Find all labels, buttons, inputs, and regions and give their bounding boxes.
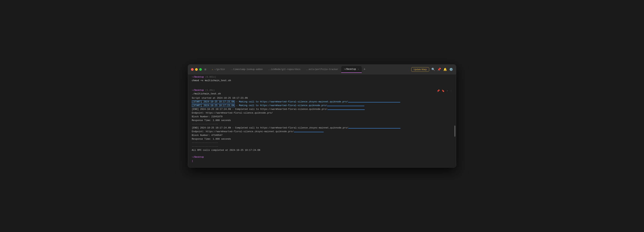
tab-git-repos[interactable]: ..ickNode/git-repos/docs: [266, 66, 303, 73]
command-block-2: ~/Desktop (1.26s) ./multichain_test.sh 📌…: [188, 87, 456, 154]
output-all-completed: All RPC calls completed at 2024-10-25 10…: [192, 148, 452, 152]
output-block-number-1: Block Number: 21041079: [192, 115, 452, 119]
prompt-dir-2: ~/Desktop: [192, 89, 204, 92]
redacted-url-1: [348, 102, 400, 102]
sidebar-toggle-icon[interactable]: ⊞: [204, 68, 206, 71]
current-prompt-block: ~/Desktop |: [188, 154, 456, 165]
prompt-dir-1: ~/Desktop: [192, 76, 204, 78]
output-line-start-1: [START] 2024-10-25 10:17:23.6N - Making …: [192, 100, 452, 104]
redacted-url-4: [348, 128, 400, 128]
tab-desktop-label: ~/Desktop: [344, 68, 356, 71]
command-2: ./multichain_test.sh: [192, 92, 437, 95]
output-response-time-2: Response Time: 1.000 seconds: [192, 137, 452, 141]
maximize-button[interactable]: [199, 68, 202, 71]
terminal-content: ~/Desktop (0.061s) chmod +x multichain_t…: [188, 74, 456, 167]
current-prompt-dir: ~/Desktop: [192, 156, 204, 158]
cursor: |: [192, 160, 193, 162]
tab-timestamp-label: ..timestamp-lookup-addon: [230, 68, 263, 71]
settings-icon[interactable]: ⚙️: [449, 68, 453, 71]
traffic-lights: [191, 68, 202, 71]
highlight-start-1: [START] 2024-10-25 10:17:23.6N: [192, 100, 235, 103]
more-icon[interactable]: ⋮: [450, 89, 452, 92]
tab-go-bin-label: ~/go/bin: [214, 68, 225, 71]
tab-desktop[interactable]: ~/Desktop ✕: [341, 66, 362, 73]
prompt-time-1: (0.061s): [205, 76, 216, 78]
warning-icon: ⚠: [212, 68, 213, 71]
output-area-2: Script started at 2024-10-25 10:17:23.6N…: [192, 96, 452, 152]
tab-portfolio[interactable]: ..ects/portfolio-tracker: [304, 66, 341, 73]
redacted-url-3: [328, 109, 365, 110]
tabs-area: ⚠ ~/go/bin ..timestamp-lookup-addon ..ic…: [209, 66, 411, 73]
pin-icon[interactable]: 📌: [437, 68, 441, 71]
output-block-number-2: Block Number: 47349547: [192, 134, 452, 137]
output-line-script-started: Script started at 2024-10-25 10:17:23.6N: [192, 96, 452, 100]
output-divider-2: -------------------: [192, 141, 452, 145]
command-1: chmod +x multichain_test.sh: [192, 79, 452, 82]
pin-output-icon[interactable]: 📌: [437, 89, 440, 92]
title-bar: ⊞ ⚠ ~/go/bin ..timestamp-lookup-addon ..…: [188, 65, 456, 74]
scrollbar-thumb[interactable]: [454, 126, 456, 137]
highlight-start-2: [START] 2024-10-25 10:17:23.6N: [192, 104, 235, 107]
prompt-line-2: ~/Desktop (1.26s): [192, 89, 437, 92]
output-line-end-1: [END] 2024-10-25 10:17:24.6N - Completed…: [192, 107, 452, 111]
minimize-button[interactable]: [195, 68, 198, 71]
notification-icon[interactable]: 🔔: [443, 68, 447, 71]
prompt-line-1: ~/Desktop (0.061s): [192, 76, 452, 78]
current-prompt-line: ~/Desktop: [192, 156, 452, 158]
filter-icon[interactable]: ⚡: [446, 89, 448, 92]
command-block-1: ~/Desktop (0.061s) chmod +x multichain_t…: [188, 74, 456, 84]
tab-timestamp[interactable]: ..timestamp-lookup-addon: [228, 66, 265, 73]
redacted-url-5: [294, 132, 324, 132]
new-tab-button[interactable]: +: [362, 68, 367, 71]
output-response-time-1: Response Time: 1.000 seconds: [192, 119, 452, 122]
output-divider-3: -------------------: [192, 145, 452, 148]
tab-git-repos-label: ..ickNode/git-repos/docs: [268, 68, 300, 71]
close-tab-icon[interactable]: ✕: [358, 68, 359, 70]
terminal-wrapper: ~/Desktop (0.061s) chmod +x multichain_t…: [188, 74, 456, 167]
terminal-window: ⊞ ⚠ ~/go/bin ..timestamp-lookup-addon ..…: [188, 64, 456, 168]
update-warp-button[interactable]: Update Warp: [411, 67, 429, 72]
output-endpoint-1: Endpoint: https://warmhearted-floral-sil…: [192, 111, 452, 115]
prompt-time-2: (1.26s): [205, 89, 215, 92]
output-endpoint-2: Endpoint: https://warmhearted-floral-sil…: [192, 130, 452, 134]
redacted-url-2: [327, 106, 364, 106]
scrollbar-track[interactable]: [454, 85, 456, 166]
tab-go-bin[interactable]: ⚠ ~/go/bin: [209, 66, 228, 73]
output-line-start-2: [START] 2024-10-25 10:17:23.6N - Making …: [192, 104, 452, 107]
tab-portfolio-label: ..ects/portfolio-tracker: [306, 68, 338, 71]
output-line-end-2: [END] 2024-10-25 10:17:24.6N - Completed…: [192, 126, 452, 130]
close-button[interactable]: [191, 68, 194, 71]
output-divider-1: -------------------: [192, 122, 452, 126]
title-bar-right: Update Warp 🔍 📌 🔔 ⚙️: [411, 67, 453, 72]
search-icon[interactable]: 🔍: [432, 68, 435, 71]
bookmark-icon[interactable]: 🔖: [442, 89, 444, 92]
